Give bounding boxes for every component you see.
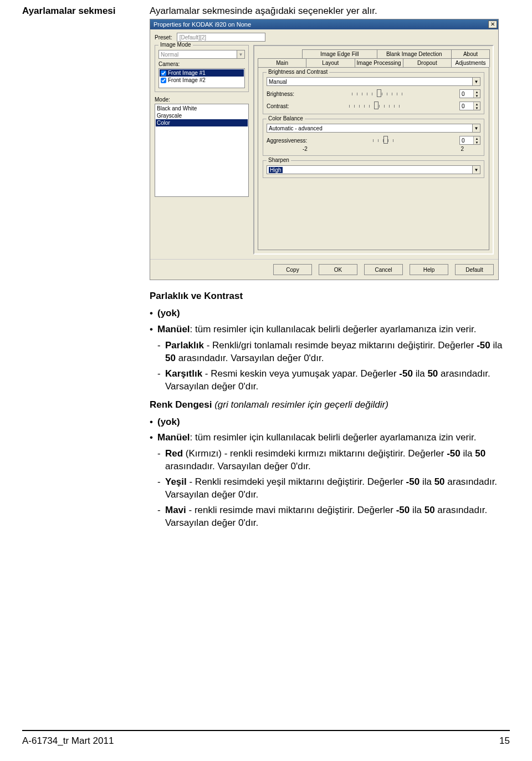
chevron-down-icon[interactable]: ▼ xyxy=(474,94,480,98)
axis-max: 2 xyxy=(461,146,464,152)
aggressiveness-label: Aggressiveness: xyxy=(267,138,307,144)
range-b: 50 xyxy=(427,368,438,379)
tab-image-processing[interactable]: Image Processing xyxy=(355,58,403,67)
tab-main[interactable]: Main xyxy=(258,58,306,67)
text: arasındadır. Varsayılan değer 0'dır. xyxy=(176,353,324,363)
list-item-label: Black and White xyxy=(157,105,197,111)
page-footer: A-61734_tr Mart 2011 15 xyxy=(22,730,510,747)
dash-blue-prefix: Mavi xyxy=(165,505,186,515)
list-item[interactable]: Front Image #2 xyxy=(160,77,244,84)
mode-label: Mode: xyxy=(155,97,249,103)
list-item-label: Front Image #2 xyxy=(168,77,206,83)
brightness-slider[interactable] xyxy=(299,89,455,98)
chevron-down-icon[interactable]: ▼ xyxy=(472,166,480,174)
tab-adjustments[interactable]: Adjustments xyxy=(451,58,490,67)
image-mode-combo[interactable]: Normal ▼ xyxy=(158,50,245,59)
checkbox[interactable] xyxy=(161,70,166,76)
tab-image-edge-fill[interactable]: Image Edge Fill xyxy=(302,49,377,58)
brightness-value: 0 xyxy=(460,90,473,98)
range-a: -50 xyxy=(477,340,490,351)
chevron-down-icon[interactable]: ▼ xyxy=(472,124,480,132)
chevron-down-icon[interactable]: ▼ xyxy=(474,106,480,110)
text: - renkli resimde mavi miktarını değiştir… xyxy=(186,505,396,515)
document-body: Parlaklık ve Kontrast •(yok) •Manüel: tü… xyxy=(150,290,510,530)
bullet-manual-rest: : tüm resimler için kullanılacak belirli… xyxy=(190,324,477,334)
checkbox[interactable] xyxy=(161,78,166,83)
chevron-down-icon[interactable]: ▼ xyxy=(474,140,480,144)
preset-field[interactable]: [Default][2] xyxy=(177,33,265,42)
dash-brightness-prefix: Parlaklık xyxy=(165,340,204,351)
range-a: -50 xyxy=(447,448,461,459)
contrast-spinner[interactable]: 0 ▲▼ xyxy=(459,102,480,110)
aggressiveness-spinner[interactable]: 0 ▲▼ xyxy=(459,136,480,145)
dash-red-prefix: Red xyxy=(165,448,183,459)
contrast-slider[interactable] xyxy=(294,102,455,110)
close-icon[interactable]: ✕ xyxy=(488,21,497,28)
text: (Kırmızı) - renkli resimdeki kırmızı mik… xyxy=(183,448,447,459)
bullet-manual-prefix: Manüel xyxy=(157,432,190,443)
bc-mode-combo[interactable]: Manual ▼ xyxy=(267,77,480,86)
chevron-down-icon[interactable]: ▼ xyxy=(472,78,480,85)
list-item[interactable]: Black and White xyxy=(156,105,248,112)
copy-button[interactable]: Copy xyxy=(273,264,312,275)
text: ila xyxy=(490,340,503,351)
titlebar: Properties for KODAK i920 on None ✕ xyxy=(150,19,498,29)
section-title: Ayarlamalar sekmesi xyxy=(22,6,150,17)
text: - Resmi keskin veya yumuşak yapar. Değer… xyxy=(202,368,399,379)
text: ila xyxy=(420,476,434,487)
image-mode-value: Normal xyxy=(161,52,178,58)
chevron-up-icon[interactable]: ▲ xyxy=(474,102,480,106)
preset-label: Preset: xyxy=(155,34,172,40)
sharpen-group: Sharpen High ▼ xyxy=(263,160,484,178)
cb-note: (gri tonlamalı resimler için geçerli değ… xyxy=(212,399,388,410)
camera-listbox[interactable]: Front Image #1 Front Image #2 xyxy=(158,68,245,88)
cb-heading: Renk Dengesi (gri tonlamalı resimler içi… xyxy=(150,399,510,412)
cb-mode-value: Automatic - advanced xyxy=(269,125,323,131)
chevron-up-icon[interactable]: ▲ xyxy=(474,90,480,94)
chevron-up-icon[interactable]: ▲ xyxy=(474,136,480,140)
tab-about[interactable]: About xyxy=(451,49,490,58)
axis-min: -2 xyxy=(303,146,308,152)
sharpen-combo[interactable]: High ▼ xyxy=(267,165,480,174)
chevron-down-icon[interactable]: ▼ xyxy=(237,50,244,58)
sharpen-value: High xyxy=(269,167,283,173)
tab-layout[interactable]: Layout xyxy=(306,58,355,67)
aggressiveness-slider[interactable] xyxy=(311,136,455,145)
text: arasındadır. Varsayılan değer 0'dır. xyxy=(165,461,311,471)
dash-contrast-prefix: Karşıtlık xyxy=(165,368,202,379)
help-button[interactable]: Help xyxy=(410,264,448,275)
aggressiveness-value: 0 xyxy=(460,136,473,144)
cancel-button[interactable]: Cancel xyxy=(364,264,403,275)
ok-button[interactable]: OK xyxy=(319,264,357,275)
list-item[interactable]: Color xyxy=(156,119,248,126)
dialog-title: Properties for KODAK i920 on None xyxy=(154,21,251,28)
intro-text: Ayarlamalar sekmesinde aşağıdaki seçenek… xyxy=(150,6,377,17)
range-a: -50 xyxy=(406,476,420,487)
mode-listbox[interactable]: Black and White Grayscale Color xyxy=(155,104,249,197)
sharpen-legend: Sharpen xyxy=(267,157,291,163)
bc-mode-value: Manual xyxy=(269,79,287,85)
text: ila xyxy=(461,448,475,459)
bullet-manual-rest: : tüm resimler için kullanılacak belirli… xyxy=(190,432,477,443)
range-b: 50 xyxy=(434,476,445,487)
list-item-label: Front Image #1 xyxy=(168,70,206,76)
tab-dropout[interactable]: Dropout xyxy=(403,58,452,67)
dash-green-prefix: Yeşil xyxy=(165,476,187,487)
contrast-value: 0 xyxy=(460,102,473,110)
default-button[interactable]: Default xyxy=(455,264,494,275)
list-item-label: Color xyxy=(157,120,170,126)
contrast-label: Contrast: xyxy=(267,103,289,109)
list-item[interactable]: Grayscale xyxy=(156,112,248,119)
text: - Renkli/gri tonlamalı resimde beyaz mik… xyxy=(204,340,477,351)
list-item[interactable]: Front Image #1 xyxy=(160,69,244,77)
camera-label: Camera: xyxy=(158,61,245,67)
cb-legend: Color Balance xyxy=(267,115,305,121)
range-a: -50 xyxy=(399,368,413,379)
range-b: 50 xyxy=(165,353,176,363)
brightness-spinner[interactable]: 0 ▲▼ xyxy=(459,89,480,98)
tab-blank-image-detection[interactable]: Blank Image Detection xyxy=(377,49,452,58)
cb-mode-combo[interactable]: Automatic - advanced ▼ xyxy=(267,124,480,133)
color-balance-group: Color Balance Automatic - advanced ▼ Agg… xyxy=(263,119,484,156)
brightness-label: Brightness: xyxy=(267,91,294,97)
list-item-label: Grayscale xyxy=(157,113,182,119)
